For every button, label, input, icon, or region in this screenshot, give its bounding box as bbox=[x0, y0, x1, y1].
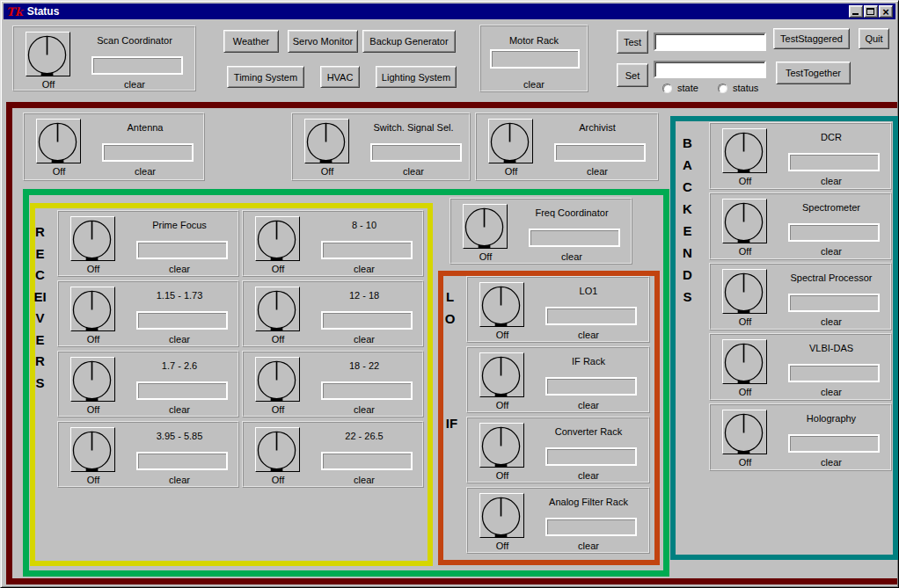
if-rack-dial[interactable] bbox=[479, 352, 524, 397]
set-input[interactable] bbox=[654, 61, 766, 78]
dial-state-label: Off bbox=[477, 166, 545, 177]
close-button[interactable]: × bbox=[879, 5, 893, 18]
converter-rack-status-field[interactable] bbox=[545, 447, 637, 466]
spectral-processor-status-field[interactable] bbox=[788, 294, 880, 312]
panel-converter-rack: Off Converter Rack clear bbox=[466, 417, 650, 483]
receiver-12-18-status-field[interactable] bbox=[321, 311, 413, 330]
weather-button[interactable]: Weather bbox=[223, 30, 279, 53]
panel-title: Antenna bbox=[89, 122, 201, 133]
archivist-status-field[interactable] bbox=[554, 143, 646, 162]
dial-state-label: Off bbox=[468, 541, 537, 551]
receiver-22-26.5-status-field[interactable] bbox=[321, 452, 413, 470]
converter-rack-dial[interactable] bbox=[479, 423, 524, 468]
tk-logo-icon: Tk bbox=[6, 6, 23, 18]
dial-knob-icon bbox=[256, 287, 299, 330]
holography-dial[interactable] bbox=[722, 410, 767, 454]
dial-state-label: Off bbox=[468, 400, 537, 410]
receiver-1.15-1.73-dial[interactable] bbox=[70, 287, 115, 331]
receiver-prime-focus-status-field[interactable] bbox=[136, 241, 228, 259]
panel-receiver-22-26.5: Off 22 - 26.5 clear bbox=[242, 421, 424, 488]
test-together-button[interactable]: TestTogether bbox=[776, 62, 851, 84]
receiver-3.95-5.85-dial[interactable] bbox=[70, 427, 115, 472]
receiver-18-22-status-field[interactable] bbox=[321, 381, 413, 400]
analog-filter-rack-status-field[interactable] bbox=[545, 518, 637, 536]
dial-knob-icon bbox=[71, 217, 114, 260]
freq-coordinator-status-field[interactable] bbox=[529, 229, 620, 247]
backup-generator-button[interactable]: Backup Generator bbox=[362, 30, 456, 53]
message-state-label: clear bbox=[775, 457, 888, 468]
dial-state-label: Off bbox=[59, 404, 128, 415]
panel-motor-rack: Motor Rack clear bbox=[479, 25, 588, 92]
lo1-status-field[interactable] bbox=[545, 307, 637, 325]
panel-title: DCR bbox=[775, 132, 888, 142]
receiver-prime-focus-dial[interactable] bbox=[70, 216, 115, 261]
message-state-label: clear bbox=[775, 316, 888, 327]
lo-group-label: LO bbox=[443, 286, 457, 330]
spectrometer-status-field[interactable] bbox=[788, 223, 880, 242]
receiver-1.7-2.6-dial[interactable] bbox=[70, 357, 115, 402]
test-staggered-button[interactable]: TestStaggered bbox=[773, 28, 850, 49]
receiver-18-22-dial[interactable] bbox=[255, 357, 300, 402]
dial-knob-icon bbox=[480, 494, 523, 537]
dial-knob-icon bbox=[71, 428, 114, 471]
panel-title: Archivist bbox=[541, 122, 654, 133]
spectrometer-dial[interactable] bbox=[722, 199, 767, 243]
vlbi-das-status-field[interactable] bbox=[788, 364, 880, 382]
panel-title: VLBI-DAS bbox=[775, 343, 888, 353]
receiver-22-26.5-dial[interactable] bbox=[255, 427, 300, 472]
message-state-label: clear bbox=[308, 475, 420, 485]
message-state-label: clear bbox=[775, 246, 888, 257]
antenna-dial[interactable] bbox=[36, 119, 81, 163]
receiver-8-10-dial[interactable] bbox=[255, 216, 300, 261]
message-state-label: clear bbox=[515, 251, 628, 262]
receiver-1.7-2.6-status-field[interactable] bbox=[136, 381, 228, 400]
state-radio[interactable]: state bbox=[662, 83, 698, 93]
lo1-dial[interactable] bbox=[479, 282, 524, 327]
scan-coordinator-dial[interactable] bbox=[26, 32, 70, 76]
switch-signal-sel-status-field[interactable] bbox=[370, 143, 462, 162]
dcr-status-field[interactable] bbox=[788, 153, 880, 171]
lighting-system-button[interactable]: Lighting System bbox=[376, 66, 457, 88]
panel-receiver-1.7-2.6: Off 1.7 - 2.6 clear bbox=[57, 351, 239, 417]
servo-monitor-button[interactable]: Servo Monitor bbox=[288, 30, 358, 53]
status-radio[interactable]: status bbox=[718, 83, 758, 93]
window-titlebar[interactable]: Tk Status × bbox=[4, 4, 895, 19]
quit-button[interactable]: Quit bbox=[859, 28, 889, 49]
panel-title: Freq Coordinator bbox=[515, 207, 628, 218]
receiver-3.95-5.85-status-field[interactable] bbox=[136, 452, 228, 470]
dial-knob-icon bbox=[305, 120, 348, 163]
minimize-button[interactable] bbox=[849, 5, 863, 18]
timing-system-button[interactable]: Timing System bbox=[227, 66, 304, 88]
antenna-status-field[interactable] bbox=[102, 143, 194, 162]
message-state-label: clear bbox=[308, 334, 420, 345]
panel-dcr: Off DCR clear bbox=[709, 122, 892, 190]
dial-knob-icon bbox=[723, 200, 766, 243]
receiver-1.15-1.73-status-field[interactable] bbox=[136, 311, 228, 330]
analog-filter-rack-dial[interactable] bbox=[479, 493, 524, 538]
message-state-label: clear bbox=[532, 400, 645, 410]
test-input[interactable] bbox=[654, 33, 766, 51]
holography-status-field[interactable] bbox=[788, 434, 880, 453]
panel-if-rack: Off IF Rack clear bbox=[466, 346, 650, 413]
receiver-8-10-status-field[interactable] bbox=[321, 241, 413, 259]
scan-coordinator-status-field[interactable] bbox=[91, 56, 183, 75]
dial-state-label: Off bbox=[25, 166, 93, 177]
dial-knob-icon bbox=[71, 358, 114, 401]
vlbi-das-dial[interactable] bbox=[722, 339, 767, 384]
archivist-dial[interactable] bbox=[488, 119, 533, 163]
switch-signal-sel-dial[interactable] bbox=[304, 119, 349, 163]
set-button[interactable]: Set bbox=[617, 63, 648, 87]
receiver-12-18-dial[interactable] bbox=[255, 287, 300, 331]
if-rack-status-field[interactable] bbox=[545, 377, 637, 396]
dcr-dial[interactable] bbox=[722, 128, 767, 173]
maximize-button[interactable] bbox=[864, 5, 878, 18]
freq-coordinator-dial[interactable] bbox=[463, 204, 508, 249]
test-button[interactable]: Test bbox=[617, 30, 648, 54]
dial-knob-icon bbox=[480, 353, 523, 396]
minimize-icon bbox=[852, 13, 859, 15]
hvac-button[interactable]: HVAC bbox=[320, 66, 360, 88]
spectral-processor-dial[interactable] bbox=[722, 269, 767, 314]
motor-rack-status-field[interactable] bbox=[490, 49, 580, 69]
panel-vlbi-das: Off VLBI-DAS clear bbox=[709, 333, 892, 401]
dial-knob-icon bbox=[256, 217, 299, 260]
